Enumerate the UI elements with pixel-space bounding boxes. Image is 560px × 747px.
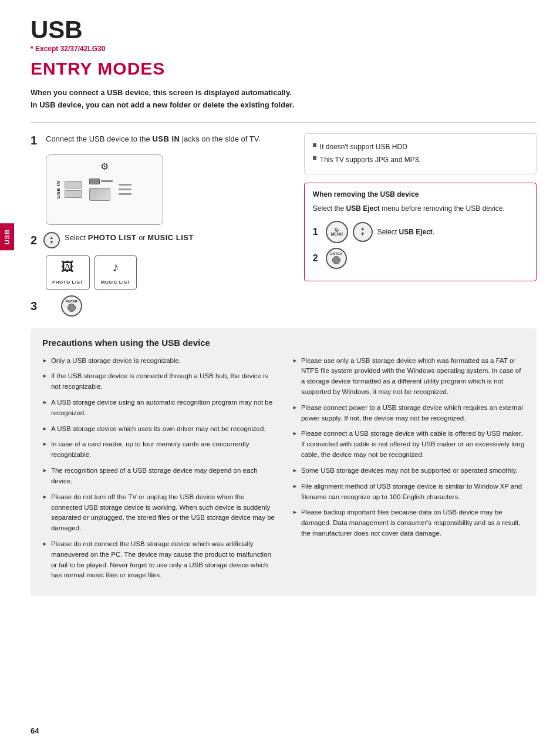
enter-btn-content: ENTER bbox=[66, 300, 77, 312]
precaution-right-4: ► Some USB storage devices may not be su… bbox=[292, 466, 525, 476]
usb-connector bbox=[89, 179, 100, 184]
usb-remove-title: When removing the USB device bbox=[313, 190, 528, 198]
enter-button[interactable]: ENTER bbox=[61, 295, 82, 317]
info-box: It doesn't support USB HDD This TV suppo… bbox=[304, 133, 537, 175]
precaution-right-3: ► Please connect a USB storage device wi… bbox=[292, 429, 525, 460]
tri-bullet-l4: ► bbox=[42, 425, 48, 433]
usb-remove-text: Select the USB Eject menu before removin… bbox=[313, 203, 528, 214]
music-list-label: MUSIC LIST bbox=[101, 280, 130, 285]
precaution-right-text-2: Please connect power to a USB storage de… bbox=[301, 403, 525, 424]
qmenu-label: Q.MENU bbox=[331, 227, 343, 236]
tri-bullet-l7: ► bbox=[42, 493, 48, 502]
music-list-icon: ♪ MUSIC LIST bbox=[95, 255, 137, 290]
tri-bullet-r2: ► bbox=[292, 404, 298, 412]
precaution-right-text-4: Some USB storage devices may not be supp… bbox=[301, 466, 518, 476]
precaution-left-4: ► A USB storage device which uses its ow… bbox=[42, 424, 275, 435]
step-2: 2 ▲ ▼ Select PHOTO LIST or MUSIC LIST bbox=[31, 232, 286, 248]
tri-bullet-l5: ► bbox=[42, 440, 48, 449]
step-1: 1 Connect the USB device to the USB IN j… bbox=[31, 133, 286, 147]
page-number: 64 bbox=[31, 726, 39, 735]
photo-list-label: PHOTO LIST bbox=[52, 280, 83, 285]
step2-icons: 🖼 PHOTO LIST ♪ MUSIC LIST bbox=[46, 255, 286, 290]
precaution-right-text-6: Please backup important files because da… bbox=[301, 507, 525, 539]
step1-text: Connect the USB device to the USB IN jac… bbox=[46, 133, 261, 145]
step1-bold: USB IN bbox=[152, 134, 180, 143]
precaution-left-5: ► In case of a card reader, up to four m… bbox=[42, 439, 275, 460]
intro-text: When you connect a USB device, this scre… bbox=[31, 87, 537, 112]
nav-down: ▼ bbox=[360, 232, 365, 237]
remove-enter-content: ENTER bbox=[330, 252, 342, 264]
tv-side-lines bbox=[119, 184, 131, 195]
step-3: 3 ENTER bbox=[31, 295, 286, 317]
tri-bullet-r4: ► bbox=[292, 467, 298, 475]
precaution-left-text-6: The recognition speed of a USB storage d… bbox=[51, 466, 275, 487]
nav-circle: ▲ ▼ bbox=[43, 232, 60, 248]
precaution-right-text-1: Please use only a USB storage device whi… bbox=[301, 356, 525, 398]
precaution-left-text-3: A USB storage device using an automatic … bbox=[51, 398, 275, 419]
remove-step2-num: 2 bbox=[313, 253, 321, 264]
precaution-left-text-1: Only a USB storage device is recognizabl… bbox=[51, 356, 181, 366]
info-text-1: It doesn't support USB HDD bbox=[320, 141, 407, 153]
tri-bullet-l1: ► bbox=[42, 357, 48, 365]
nav-up: ▲ bbox=[360, 227, 365, 231]
port-rect-1 bbox=[65, 181, 82, 189]
usb-eject-bold: USB Eject bbox=[346, 204, 380, 213]
tri-bullet-l2: ► bbox=[42, 372, 48, 381]
section-divider bbox=[31, 122, 537, 123]
tv-line-2 bbox=[119, 189, 131, 190]
remove-enter-button[interactable]: ENTER bbox=[326, 248, 347, 269]
ports-stack bbox=[65, 181, 82, 198]
step1-num: 1 bbox=[31, 133, 41, 147]
bullet-2 bbox=[313, 156, 316, 160]
instructions-row: 1 Connect the USB device to the USB IN j… bbox=[31, 133, 537, 317]
enter-btn-inner bbox=[68, 304, 76, 312]
precautions-section: Precautions when using the USB device ► … bbox=[31, 328, 537, 596]
precaution-left-2: ► If the USB storage device is connected… bbox=[42, 371, 275, 392]
tri-bullet-l3: ► bbox=[42, 399, 48, 407]
usb-diagram: ⚙ USB IN bbox=[46, 154, 163, 225]
usb-symbol: ⚙ bbox=[100, 161, 109, 172]
tri-bullet-r3: ► bbox=[292, 430, 298, 438]
precautions-cols: ► Only a USB storage device is recogniza… bbox=[42, 356, 525, 587]
section-title: ENTRY MODES bbox=[31, 59, 537, 79]
remove-step1-num: 1 bbox=[313, 227, 321, 237]
precaution-right-text-5: File alignment method of USB storage dev… bbox=[301, 482, 525, 503]
step2-bold1: PHOTO LIST bbox=[88, 233, 137, 242]
tv-line-3 bbox=[119, 193, 131, 195]
nav-button[interactable]: ▲ ▼ bbox=[353, 222, 373, 242]
usb-cable bbox=[101, 180, 113, 182]
info-text-2: This TV supports JPG and MP3. bbox=[320, 154, 421, 166]
enter-label: ENTER bbox=[66, 300, 77, 303]
port-rect-2 bbox=[65, 190, 82, 198]
precautions-title: Precautions when using the USB device bbox=[42, 338, 525, 348]
tri-bullet-l6: ► bbox=[42, 467, 48, 475]
enter-btn-area: ENTER bbox=[61, 295, 82, 317]
usb-sticks bbox=[89, 179, 113, 201]
info-item-1: It doesn't support USB HDD bbox=[313, 141, 528, 153]
precaution-left-text-4: A USB storage device which uses its own … bbox=[51, 424, 266, 435]
step2-text: Select PHOTO LIST or MUSIC LIST bbox=[65, 232, 194, 244]
step2-num: 2 bbox=[31, 233, 41, 247]
precaution-right-5: ► File alignment method of USB storage d… bbox=[292, 482, 525, 503]
remove-step-1: 1 Q.MENU ▲ ▼ Select USB Eject. bbox=[313, 221, 528, 243]
step3-num: 3 bbox=[31, 299, 41, 313]
step2-bold2: MUSIC LIST bbox=[147, 233, 194, 242]
intro-line2: In USB device, you can not add a new fol… bbox=[31, 99, 537, 112]
remove-step1-text: Select USB Eject. bbox=[377, 228, 434, 236]
nav-up-arrow: ▲ bbox=[50, 235, 54, 240]
left-col: 1 Connect the USB device to the USB IN j… bbox=[31, 133, 286, 317]
qmenu-button[interactable]: Q.MENU bbox=[326, 221, 348, 243]
precautions-right-col: ► Please use only a USB storage device w… bbox=[292, 356, 525, 587]
precautions-left-col: ► Only a USB storage device is recogniza… bbox=[42, 356, 275, 587]
remove-step-2: 2 ENTER bbox=[313, 248, 528, 269]
tri-bullet-r1: ► bbox=[292, 357, 298, 365]
precaution-right-2: ► Please connect power to a USB storage … bbox=[292, 403, 525, 424]
usb-in-label: USB IN bbox=[56, 181, 61, 198]
tv-line-1 bbox=[119, 184, 131, 186]
step2-nav: 2 ▲ ▼ bbox=[31, 232, 60, 248]
usb-remove-box: When removing the USB device Select the … bbox=[304, 183, 537, 281]
precaution-left-text-5: In case of a card reader, up to four mem… bbox=[51, 439, 275, 460]
nav-down-arrow: ▼ bbox=[50, 240, 54, 244]
page-title: USB bbox=[31, 18, 537, 42]
sidebar: USB bbox=[0, 0, 19, 747]
